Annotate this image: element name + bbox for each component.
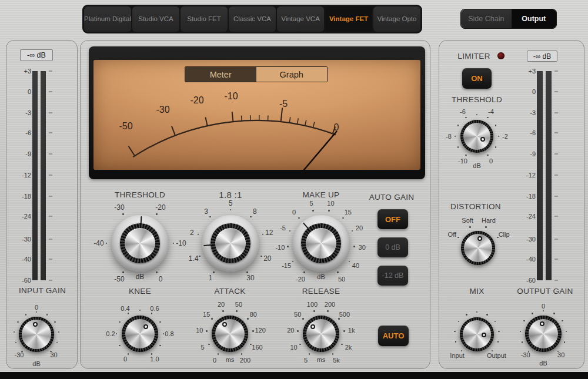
model-tab-studio-fet[interactable]: Studio FET bbox=[181, 6, 228, 32]
knob-scale-label: 50 bbox=[294, 311, 301, 318]
graph-tab[interactable]: Graph bbox=[256, 67, 328, 82]
meter-scale-label: 0 bbox=[516, 88, 536, 95]
ratio-readout: 1.8 :1 bbox=[219, 190, 242, 200]
meter-graph-toggle: Meter Graph bbox=[185, 66, 328, 82]
knob-scale-label: 200 bbox=[325, 301, 335, 308]
knob-tick bbox=[151, 353, 153, 355]
knob-tick bbox=[564, 341, 566, 343]
knob-tick bbox=[458, 321, 460, 323]
side-chain-button[interactable]: Side Chain bbox=[461, 9, 512, 28]
knob-tick bbox=[457, 125, 459, 126]
knob-tick bbox=[497, 341, 499, 343]
knob-scale-label: -50 bbox=[114, 275, 124, 283]
model-tab-classic-vca[interactable]: Classic VCA bbox=[229, 6, 276, 32]
output-gain-title: OUTPUT GAIN bbox=[517, 287, 573, 296]
meter-tick bbox=[554, 239, 558, 240]
knob-scale-label: 0 bbox=[292, 209, 296, 216]
input-gain-title: INPUT GAIN bbox=[19, 286, 66, 295]
knob-scale-label: 10 bbox=[196, 327, 203, 334]
meter-tick bbox=[49, 259, 52, 260]
knob-tick bbox=[492, 350, 493, 352]
release-knob[interactable]: 51020501002005001k2k5kms bbox=[303, 316, 339, 352]
knob-tick bbox=[309, 353, 310, 355]
ratio-knob[interactable]: 11.42358122030 bbox=[202, 215, 259, 271]
threshold-knob[interactable]: -50-40-30-20-100dB bbox=[112, 215, 168, 271]
knob-tick bbox=[56, 342, 58, 344]
knob-scale-label: 5 bbox=[304, 357, 308, 364]
input-level-meter: +30-3-6-9-12-18-24-30-40-60 bbox=[11, 66, 72, 285]
meter-scale-label: -3 bbox=[516, 109, 536, 116]
meter-tick bbox=[49, 175, 52, 176]
knob-indicator-dot bbox=[143, 324, 148, 329]
output-gain-knob[interactable]: -30030dB bbox=[525, 316, 562, 352]
knob-scale-label: -30 bbox=[14, 351, 24, 358]
knob-scale-label: 1.4 bbox=[189, 254, 199, 263]
knob-unit-label: ms bbox=[317, 356, 326, 363]
auto-gain-off-button[interactable]: OFF bbox=[377, 209, 408, 229]
limiter-threshold-knob[interactable]: -10-8-6-4-20dB bbox=[460, 120, 493, 153]
knob-scale-label: 20 bbox=[356, 224, 363, 232]
auto-gain-minus12db-button[interactable]: -12 dB bbox=[377, 266, 408, 286]
knob-tick bbox=[211, 318, 213, 320]
model-tab-platinum-digital[interactable]: Platinum Digital bbox=[84, 6, 131, 32]
knob-unit-label: dB bbox=[136, 273, 145, 281]
knob-scale-label: -20 bbox=[155, 203, 165, 212]
knob-scale-label: Hard bbox=[482, 217, 496, 224]
vu-display-frame: -50-30-20-10-50 Meter Graph bbox=[89, 46, 425, 179]
meter-scale-label: -60 bbox=[516, 277, 536, 284]
knob-scale-label: 20 bbox=[218, 301, 225, 308]
knee-knob[interactable]: 00.20.40.60.81.0 bbox=[122, 316, 158, 352]
knob-scale-label: 30 bbox=[246, 274, 254, 282]
meter-scale-label: -12 bbox=[11, 172, 31, 179]
meter-tab[interactable]: Meter bbox=[185, 67, 256, 82]
distortion-knob[interactable]: OffSoftHardClip bbox=[461, 231, 495, 265]
knob-tick bbox=[297, 330, 299, 332]
sidechain-output-toggle: Side Chain Output bbox=[460, 9, 557, 29]
knob-scale-label: -10 bbox=[176, 239, 186, 247]
knob-tick bbox=[156, 213, 158, 215]
knob-unit-label: dB bbox=[539, 360, 547, 367]
attack-knob[interactable]: 051015205080120160200ms bbox=[212, 316, 248, 352]
model-tab-vintage-vca[interactable]: Vintage VCA bbox=[277, 6, 324, 32]
output-button[interactable]: Output bbox=[512, 9, 556, 28]
knob-scale-label: 1 bbox=[209, 274, 213, 282]
model-tab-vintage-opto[interactable]: Vintage Opto bbox=[373, 6, 420, 32]
meter-tick bbox=[554, 216, 558, 217]
auto-gain-0db-button[interactable]: 0 dB bbox=[377, 237, 408, 257]
knob-tick bbox=[260, 256, 262, 257]
knob-tick bbox=[252, 330, 254, 332]
meter-scale-label: -9 bbox=[516, 150, 536, 157]
knob-tick bbox=[139, 310, 141, 311]
knob-tick bbox=[303, 271, 305, 273]
knob-tick bbox=[302, 318, 304, 320]
knob-tick bbox=[349, 261, 350, 263]
knob-scale-label: Clip bbox=[499, 231, 510, 238]
limiter-on-button[interactable]: ON bbox=[462, 68, 492, 89]
input-gain-knob[interactable]: -30030dB bbox=[19, 317, 54, 352]
auto-release-button[interactable]: AUTO bbox=[378, 326, 409, 346]
knob-tick bbox=[25, 314, 27, 316]
knob-scale-label: -10 bbox=[458, 157, 467, 165]
knob-tick bbox=[241, 353, 243, 355]
model-tab-studio-vca[interactable]: Studio VCA bbox=[132, 6, 179, 32]
knob-scale-label: 12 bbox=[265, 229, 273, 237]
knob-scale-label: -20 bbox=[296, 276, 305, 283]
knob-tick bbox=[495, 146, 497, 148]
meter-scale-label: -40 bbox=[11, 256, 31, 263]
mix-knob[interactable]: InputOutput bbox=[460, 317, 494, 351]
main-panel: -50-30-20-10-50 Meter Graph THRESHOLD 1.… bbox=[80, 40, 430, 369]
knob-scale-label: -30 bbox=[521, 351, 530, 358]
model-tab-vintage-fet[interactable]: Vintage FET bbox=[325, 6, 372, 32]
makeup-knob[interactable]: -20-15-10-505101520304050dB bbox=[293, 215, 349, 271]
knob-tick bbox=[218, 353, 219, 355]
meter-scale-label: -6 bbox=[516, 129, 536, 136]
meter-bar bbox=[32, 71, 38, 280]
knob-tick bbox=[486, 314, 488, 316]
knob-scale-label: -40 bbox=[93, 239, 103, 247]
knob-scale-label: 0.6 bbox=[150, 305, 159, 312]
knob-tick bbox=[495, 321, 496, 323]
knob-tick bbox=[163, 333, 165, 335]
meter-scale-label: -3 bbox=[11, 109, 31, 116]
knob-tick bbox=[341, 344, 343, 346]
vu-scale-label: -10 bbox=[224, 91, 238, 101]
